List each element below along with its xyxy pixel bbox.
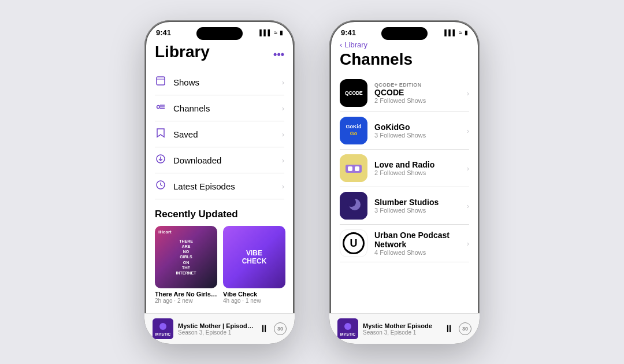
downloaded-chevron: ›: [282, 156, 284, 165]
podcast-item-girls[interactable]: iHeart THEREARENOGIRLSONTHEINTERNET Ther…: [155, 226, 217, 304]
channels-content: ‹ Library Channels QCODE QCODE+ EDITION …: [329, 39, 480, 334]
girls-podcast-name: There Are No Girls on T...: [155, 291, 217, 298]
shows-chevron: ›: [282, 78, 284, 87]
svg-rect-19: [348, 166, 352, 171]
status-time-right: 9:41: [341, 28, 356, 37]
gokidgo-chevron: ›: [467, 127, 469, 135]
urban-logo: U: [340, 229, 367, 257]
loveradio-logo: [340, 154, 367, 182]
back-nav[interactable]: ‹ Library: [340, 40, 469, 49]
svg-rect-0: [157, 77, 165, 85]
channels-title: Channels: [340, 50, 469, 69]
back-label: Library: [344, 40, 367, 49]
iheart-badge: iHeart: [158, 229, 172, 235]
dynamic-island-right: [381, 27, 428, 40]
np-skip-button-right[interactable]: 30: [459, 322, 471, 335]
np-controls-right: ⏸ 30: [444, 322, 471, 335]
signal-icon: ▌▌▌: [259, 29, 272, 36]
svg-point-12: [159, 323, 166, 330]
menu-item-latest[interactable]: Latest Episodes ›: [155, 173, 284, 199]
girls-thumb-text: THEREARENOGIRLSONTHEINTERNET: [173, 236, 199, 278]
downloaded-label: Downloaded: [173, 155, 221, 165]
urban-follows: 4 Followed Shows: [374, 249, 460, 256]
library-title: Library: [155, 43, 210, 61]
battery-icon-right: ▮: [465, 29, 468, 36]
left-phone: 9:41 ▌▌▌ ≈ ▮ Library ••• Shows ›: [144, 20, 295, 344]
qcode-follows: 2 Followed Shows: [374, 97, 460, 104]
now-playing-bar-left[interactable]: MYSTIC Mystic Mother | Episode 1: A... S…: [144, 313, 295, 344]
np-thumb-left: MYSTIC: [153, 318, 173, 339]
vibe-thumb-text: VIBECHECK: [242, 249, 267, 266]
shows-icon: [155, 76, 166, 88]
svg-line-10: [161, 185, 162, 186]
svg-rect-20: [355, 166, 359, 171]
dynamic-island-left: [196, 27, 243, 40]
library-content: Library ••• Shows ›: [144, 39, 295, 334]
signal-icon-right: ▌▌▌: [444, 29, 456, 36]
svg-point-23: [347, 198, 356, 207]
recently-updated-title: Recently Updated: [155, 209, 284, 220]
channels-icon: [155, 102, 166, 114]
qcode-logo: QCODE: [340, 79, 367, 107]
slumber-logo: [340, 192, 367, 220]
svg-text:GoKid: GoKid: [346, 124, 362, 129]
np-skip-button[interactable]: 30: [274, 322, 287, 335]
channel-item-urban[interactable]: U Urban One Podcast Network 4 Followed S…: [340, 225, 469, 262]
urban-chevron: ›: [467, 239, 469, 248]
qcode-chevron: ›: [467, 89, 469, 98]
channel-item-loveradio[interactable]: Love and Radio 2 Followed Shows ›: [340, 150, 469, 187]
battery-icon: ▮: [280, 29, 283, 36]
saved-chevron: ›: [282, 130, 284, 139]
channels-chevron: ›: [282, 104, 284, 113]
now-playing-bar-right[interactable]: MYSTIC Mystic Mother Episode Season 3, E…: [329, 313, 480, 344]
saved-label: Saved: [173, 129, 198, 139]
channel-item-gokidgo[interactable]: GoKid Go GoKidGo 3 Followed Shows ›: [340, 112, 469, 150]
saved-icon: [155, 128, 166, 140]
slumber-name: Slumber Studios: [374, 198, 460, 207]
np-controls-left: ⏸ 30: [259, 322, 287, 335]
menu-item-downloaded[interactable]: Downloaded ›: [155, 147, 284, 173]
slumber-chevron: ›: [467, 202, 469, 210]
np-title-right: Mystic Mother Episode: [363, 322, 439, 329]
channels-label: Channels: [173, 103, 210, 113]
qcode-logo-text: QCODE: [345, 90, 363, 96]
np-subtitle-left: Season 3, Episode 1: [178, 329, 254, 336]
downloaded-icon: [155, 154, 166, 166]
podcast-item-vibe[interactable]: VIBECHECK Vibe Check 4h ago · 1 new: [223, 226, 285, 304]
wifi-icon-right: ≈: [459, 29, 463, 36]
loveradio-follows: 2 Followed Shows: [374, 169, 460, 176]
np-pause-button-right[interactable]: ⏸: [444, 323, 454, 335]
gokidgo-follows: 3 Followed Shows: [374, 132, 460, 139]
svg-text:Go: Go: [350, 131, 358, 136]
np-pause-button[interactable]: ⏸: [259, 323, 269, 335]
channel-item-slumber[interactable]: Slumber Studios 3 Followed Shows ›: [340, 187, 469, 225]
right-phone: 9:41 ▌▌▌ ≈ ▮ ‹ Library Channels QCODE QC…: [329, 20, 480, 344]
loveradio-name: Love and Radio: [374, 160, 460, 169]
more-button[interactable]: •••: [273, 49, 284, 61]
np-subtitle-right: Season 3, Episode 1: [363, 329, 439, 336]
menu-item-channels[interactable]: Channels ›: [155, 95, 284, 121]
svg-text:MYSTIC: MYSTIC: [155, 332, 170, 336]
latest-label: Latest Episodes: [173, 181, 235, 191]
channel-item-qcode[interactable]: QCODE QCODE+ EDITION QCODE 2 Followed Sh…: [340, 75, 469, 112]
latest-chevron: ›: [282, 182, 284, 191]
status-icons-left: ▌▌▌ ≈ ▮: [259, 29, 283, 36]
urban-name: Urban One Podcast Network: [374, 231, 460, 249]
qcode-name: QCODE: [374, 88, 460, 97]
menu-item-saved[interactable]: Saved ›: [155, 121, 284, 147]
wifi-icon: ≈: [274, 29, 278, 36]
status-time-left: 9:41: [156, 28, 171, 37]
urban-u-icon: U: [343, 232, 365, 254]
svg-point-25: [344, 323, 351, 330]
np-title-left: Mystic Mother | Episode 1: A...: [178, 322, 254, 329]
svg-point-2: [157, 106, 160, 109]
qcode-subtitle: QCODE+ EDITION: [374, 82, 460, 88]
slumber-follows: 3 Followed Shows: [374, 207, 460, 214]
gokidgo-name: GoKidGo: [374, 122, 460, 132]
menu-item-shows[interactable]: Shows ›: [155, 69, 284, 95]
vibe-podcast-name: Vibe Check: [223, 291, 285, 298]
podcast-grid: iHeart THEREARENOGIRLSONTHEINTERNET Ther…: [155, 226, 284, 304]
clock-icon: [155, 180, 166, 192]
status-icons-right: ▌▌▌ ≈ ▮: [444, 29, 468, 36]
loveradio-chevron: ›: [467, 164, 469, 173]
